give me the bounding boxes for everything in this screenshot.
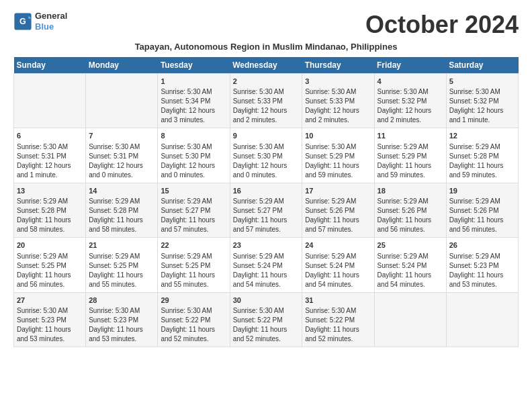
day-info: Sunrise: 5:30 AM	[233, 87, 300, 97]
day-info: Daylight: 12 hours and 1 minute.	[17, 161, 83, 180]
calendar-cell: 20Sunrise: 5:29 AMSunset: 5:25 PMDayligh…	[14, 238, 86, 292]
column-header-thursday: Thursday	[302, 57, 374, 74]
day-info: Daylight: 11 hours and 58 minutes.	[17, 216, 83, 234]
logo-line1: General	[35, 11, 67, 21]
day-info: Sunset: 5:27 PM	[233, 206, 300, 216]
day-number: 16	[233, 186, 300, 196]
day-info: Daylight: 11 hours and 54 minutes.	[378, 271, 443, 289]
calendar-cell: 1Sunrise: 5:30 AMSunset: 5:34 PMDaylight…	[158, 74, 230, 128]
day-info: Sunset: 5:30 PM	[161, 152, 226, 161]
week-row-3: 13Sunrise: 5:29 AMSunset: 5:28 PMDayligh…	[14, 183, 519, 237]
week-row-4: 20Sunrise: 5:29 AMSunset: 5:25 PMDayligh…	[14, 238, 519, 292]
day-info: Sunrise: 5:30 AM	[89, 306, 154, 316]
column-header-tuesday: Tuesday	[158, 57, 230, 74]
day-info: Sunset: 5:22 PM	[305, 316, 371, 325]
subtitle: Tapayan, Autonomous Region in Muslim Min…	[13, 42, 519, 52]
day-info: Sunset: 5:31 PM	[17, 152, 83, 161]
day-info: Sunset: 5:23 PM	[449, 261, 515, 271]
day-info: Sunrise: 5:29 AM	[233, 252, 300, 261]
calendar-cell: 4Sunrise: 5:30 AMSunset: 5:32 PMDaylight…	[374, 74, 446, 128]
day-number: 11	[378, 131, 443, 141]
day-number: 1	[161, 77, 226, 87]
day-number: 7	[89, 131, 154, 141]
day-info: Sunrise: 5:30 AM	[161, 87, 226, 97]
day-number: 29	[161, 295, 226, 306]
day-info: Sunset: 5:25 PM	[161, 261, 226, 271]
calendar-cell: 17Sunrise: 5:29 AMSunset: 5:26 PMDayligh…	[302, 183, 374, 237]
day-info: Sunset: 5:29 PM	[378, 152, 443, 161]
day-info: Sunrise: 5:30 AM	[378, 87, 443, 97]
calendar-cell	[86, 74, 158, 128]
day-number: 21	[89, 240, 154, 250]
day-info: Daylight: 11 hours and 56 minutes.	[449, 216, 515, 234]
day-info: Daylight: 12 hours and 2 minutes.	[233, 106, 300, 125]
day-number: 18	[378, 186, 443, 196]
day-info: Daylight: 12 hours and 3 minutes.	[161, 106, 226, 125]
calendar-cell: 9Sunrise: 5:30 AMSunset: 5:30 PMDaylight…	[230, 128, 302, 183]
logo-line2: Blue	[35, 21, 67, 32]
day-number: 27	[17, 295, 83, 306]
calendar-body: 1Sunrise: 5:30 AMSunset: 5:34 PMDaylight…	[14, 74, 519, 347]
calendar-cell: 24Sunrise: 5:29 AMSunset: 5:24 PMDayligh…	[302, 238, 374, 292]
day-info: Sunrise: 5:30 AM	[305, 306, 371, 316]
calendar-cell: 27Sunrise: 5:30 AMSunset: 5:23 PMDayligh…	[14, 292, 86, 347]
day-info: Daylight: 12 hours and 0 minutes.	[233, 161, 300, 180]
day-info: Sunrise: 5:30 AM	[449, 87, 515, 97]
day-info: Daylight: 11 hours and 57 minutes.	[305, 216, 371, 234]
day-info: Sunset: 5:22 PM	[161, 316, 226, 325]
column-header-friday: Friday	[374, 57, 446, 74]
day-info: Daylight: 11 hours and 57 minutes.	[233, 216, 300, 234]
calendar-cell: 30Sunrise: 5:30 AMSunset: 5:22 PMDayligh…	[230, 292, 302, 347]
day-info: Daylight: 11 hours and 56 minutes.	[17, 271, 83, 289]
day-info: Sunset: 5:26 PM	[449, 206, 515, 216]
calendar-cell: 10Sunrise: 5:30 AMSunset: 5:29 PMDayligh…	[302, 128, 374, 183]
day-number: 9	[233, 131, 300, 141]
day-info: Sunset: 5:33 PM	[305, 97, 371, 106]
calendar-cell: 21Sunrise: 5:29 AMSunset: 5:25 PMDayligh…	[86, 238, 158, 292]
day-info: Sunrise: 5:30 AM	[89, 142, 154, 152]
day-info: Sunset: 5:34 PM	[161, 97, 226, 106]
calendar-cell: 12Sunrise: 5:29 AMSunset: 5:28 PMDayligh…	[446, 128, 518, 183]
day-info: Sunset: 5:23 PM	[17, 316, 83, 325]
day-info: Daylight: 11 hours and 53 minutes.	[89, 325, 154, 344]
day-number: 2	[233, 77, 300, 87]
calendar-cell	[446, 292, 518, 347]
calendar-cell: 7Sunrise: 5:30 AMSunset: 5:31 PMDaylight…	[86, 128, 158, 183]
day-number: 28	[89, 295, 154, 306]
day-info: Sunset: 5:25 PM	[89, 261, 154, 271]
calendar-cell: 23Sunrise: 5:29 AMSunset: 5:24 PMDayligh…	[230, 238, 302, 292]
day-number: 15	[161, 186, 226, 196]
day-info: Sunrise: 5:30 AM	[161, 306, 226, 316]
day-info: Sunset: 5:25 PM	[17, 261, 83, 271]
day-info: Sunrise: 5:29 AM	[161, 252, 226, 261]
day-number: 13	[17, 186, 83, 196]
day-info: Daylight: 11 hours and 54 minutes.	[233, 271, 300, 289]
day-info: Sunrise: 5:29 AM	[449, 142, 515, 152]
day-number: 8	[161, 131, 226, 141]
logo-icon: G	[13, 12, 32, 31]
day-info: Daylight: 11 hours and 57 minutes.	[161, 216, 226, 234]
week-row-5: 27Sunrise: 5:30 AMSunset: 5:23 PMDayligh…	[14, 292, 519, 347]
day-info: Sunset: 5:28 PM	[89, 206, 154, 216]
day-info: Sunrise: 5:30 AM	[17, 142, 83, 152]
day-info: Sunset: 5:29 PM	[305, 152, 371, 161]
day-info: Sunrise: 5:30 AM	[305, 142, 371, 152]
day-number: 23	[233, 240, 300, 250]
calendar-cell: 28Sunrise: 5:30 AMSunset: 5:23 PMDayligh…	[86, 292, 158, 347]
calendar-cell: 8Sunrise: 5:30 AMSunset: 5:30 PMDaylight…	[158, 128, 230, 183]
day-number: 31	[305, 295, 371, 306]
day-number: 12	[449, 131, 515, 141]
day-info: Sunrise: 5:30 AM	[17, 306, 83, 316]
week-row-1: 1Sunrise: 5:30 AMSunset: 5:34 PMDaylight…	[14, 74, 519, 128]
day-number: 5	[449, 77, 515, 87]
day-info: Sunrise: 5:29 AM	[378, 252, 443, 261]
day-info: Daylight: 12 hours and 1 minute.	[449, 106, 515, 125]
day-number: 24	[305, 240, 371, 250]
day-info: Sunrise: 5:29 AM	[161, 197, 226, 206]
day-number: 25	[378, 240, 443, 250]
day-info: Sunset: 5:28 PM	[17, 206, 83, 216]
calendar-cell: 14Sunrise: 5:29 AMSunset: 5:28 PMDayligh…	[86, 183, 158, 237]
day-info: Daylight: 11 hours and 55 minutes.	[161, 271, 226, 289]
calendar-cell	[14, 74, 86, 128]
calendar-cell: 2Sunrise: 5:30 AMSunset: 5:33 PMDaylight…	[230, 74, 302, 128]
